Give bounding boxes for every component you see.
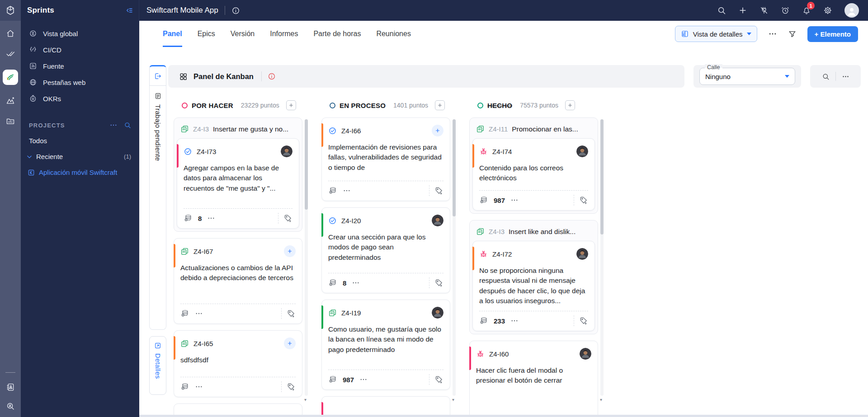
add-tag-icon[interactable] bbox=[287, 382, 296, 391]
estimation-points-icon[interactable] bbox=[184, 214, 193, 223]
kanban-card[interactable]: Z4-I19 Como usuario, me gustaría que sol… bbox=[321, 300, 450, 390]
collapse-sidebar-icon[interactable] bbox=[125, 6, 133, 14]
assignee-avatar[interactable] bbox=[281, 145, 292, 157]
card-id[interactable]: Z4-I60 bbox=[489, 350, 509, 358]
card-id[interactable]: Z4-I73 bbox=[197, 148, 216, 155]
projects-more-icon[interactable] bbox=[109, 121, 118, 129]
directory-icon[interactable] bbox=[6, 383, 15, 392]
add-tag-icon[interactable] bbox=[434, 186, 443, 195]
parent-item-title[interactable]: Insert like and dislik... bbox=[509, 228, 576, 236]
filter-funnel-icon[interactable] bbox=[788, 30, 797, 38]
partial-card[interactable] bbox=[174, 403, 302, 415]
card-more-icon[interactable] bbox=[195, 383, 203, 391]
kanban-card[interactable]: Z4-I72 No se proporciona ninguna respues… bbox=[472, 241, 595, 331]
estimation-points-icon[interactable] bbox=[479, 316, 488, 325]
card-title[interactable]: No se proporciona ninguna respuesta visu… bbox=[479, 266, 588, 306]
sidebar-item-vista-global[interactable]: Vista global bbox=[21, 25, 139, 42]
add-tag-icon[interactable] bbox=[434, 375, 443, 384]
add-card-button[interactable] bbox=[565, 100, 575, 110]
sidebar-item-reciente[interactable]: Reciente (1) bbox=[21, 149, 139, 164]
add-card-button[interactable] bbox=[286, 100, 296, 110]
alarm-clock-icon[interactable] bbox=[781, 6, 790, 15]
card-title[interactable]: Agregar campos en la base de datos para … bbox=[184, 163, 292, 193]
scroll-down-arrow[interactable]: ▾ bbox=[452, 398, 454, 402]
project-info-icon[interactable] bbox=[231, 6, 240, 15]
collapse-panel-tab[interactable] bbox=[149, 65, 166, 86]
user-avatar[interactable] bbox=[844, 3, 859, 18]
scrollbar-thumb[interactable] bbox=[305, 119, 308, 210]
parent-item-title[interactable]: Promocionar en las... bbox=[512, 125, 578, 133]
card-id[interactable]: Z4-I19 bbox=[341, 309, 361, 317]
kanban-card[interactable]: Z4-I60 Hacer clic fuera del modal o pres… bbox=[469, 341, 598, 415]
home-icon[interactable] bbox=[6, 29, 15, 38]
tab-informes[interactable]: Informes bbox=[270, 21, 298, 47]
parent-item-title[interactable]: Insertar me gusta y no... bbox=[213, 125, 288, 133]
board-more-icon[interactable] bbox=[842, 73, 849, 80]
add-item-button[interactable]: + Elemento bbox=[807, 26, 858, 42]
card-more-icon[interactable] bbox=[195, 309, 203, 318]
parent-item-id[interactable]: Z4-I11 bbox=[489, 125, 508, 133]
estimation-points-icon[interactable] bbox=[479, 196, 488, 205]
add-tag-icon[interactable] bbox=[287, 309, 296, 318]
search-icon[interactable] bbox=[717, 6, 726, 15]
assignee-avatar[interactable] bbox=[576, 248, 588, 260]
add-tag-icon[interactable] bbox=[434, 278, 443, 287]
tab-epics[interactable]: Epics bbox=[198, 21, 215, 47]
parent-item-id[interactable]: Z4-I3 bbox=[489, 228, 505, 235]
assignee-avatar[interactable] bbox=[432, 307, 443, 319]
details-vertical-tab[interactable]: Detalles bbox=[149, 336, 166, 395]
swimlane-select[interactable]: Calle Ninguno bbox=[699, 68, 795, 85]
estimation-points-icon[interactable] bbox=[328, 278, 337, 287]
zia-search-icon[interactable] bbox=[6, 402, 15, 411]
estimation-points-icon[interactable] bbox=[328, 375, 337, 384]
card-more-icon[interactable] bbox=[207, 214, 215, 222]
assignee-avatar[interactable] bbox=[432, 215, 443, 226]
backlog-vertical-tab[interactable]: Trabajo pendiente bbox=[149, 86, 166, 330]
column-scrollbar[interactable]: ▾ bbox=[305, 119, 308, 396]
add-subitem-button[interactable] bbox=[284, 245, 296, 257]
more-actions-icon[interactable] bbox=[768, 29, 777, 38]
card-title[interactable]: Crear una sección para que los modos de … bbox=[328, 232, 443, 262]
kanban-card[interactable]: Z4-I65 sdfsdfsdf bbox=[174, 330, 302, 397]
view-selector-button[interactable]: Vista de detalles bbox=[675, 26, 757, 42]
scroll-down-arrow[interactable]: ▾ bbox=[600, 398, 602, 402]
scrollbar-thumb[interactable] bbox=[453, 119, 456, 216]
projects-search-icon[interactable] bbox=[124, 122, 131, 129]
projects-folder-icon[interactable] bbox=[6, 117, 15, 126]
sidebar-item-okrs[interactable]: OKRs bbox=[21, 90, 139, 107]
kanban-card[interactable]: Z4-I20 Crear una sección para que los mo… bbox=[321, 207, 450, 293]
sprints-module-active[interactable] bbox=[3, 70, 18, 85]
card-more-icon[interactable] bbox=[510, 196, 519, 204]
parent-item-header[interactable]: Z4-I3 Insert like and dislik... bbox=[472, 223, 595, 241]
card-title[interactable]: sdfsdfsdf bbox=[180, 355, 296, 365]
tab-panel[interactable]: Panel bbox=[163, 21, 182, 47]
assignee-avatar[interactable] bbox=[576, 145, 588, 157]
sidebar-item-active-project[interactable]: Aplicación móvil Swiftcraft bbox=[21, 164, 139, 180]
tasks-check-icon[interactable] bbox=[6, 49, 15, 58]
add-tag-icon[interactable] bbox=[579, 196, 588, 205]
card-more-icon[interactable] bbox=[359, 375, 368, 384]
scroll-down-arrow[interactable]: ▾ bbox=[304, 398, 307, 402]
parent-item-header[interactable]: Z4-I3 Insertar me gusta y no... bbox=[177, 121, 299, 138]
sidebar-item-fuente[interactable]: Fuente bbox=[21, 58, 139, 74]
card-more-icon[interactable] bbox=[343, 187, 351, 195]
column-scrollbar[interactable]: ▾ bbox=[600, 119, 604, 396]
board-warning-info-icon[interactable] bbox=[268, 72, 276, 80]
tab-parte-de-horas[interactable]: Parte de horas bbox=[313, 21, 361, 47]
card-title[interactable]: Implementación de revisiones para fallas… bbox=[328, 142, 443, 173]
card-title[interactable]: Actualizaciones o cambios de la API debi… bbox=[180, 263, 296, 283]
estimation-points-icon[interactable] bbox=[328, 186, 337, 195]
card-id[interactable]: Z4-I66 bbox=[341, 127, 361, 135]
board-search-icon[interactable] bbox=[822, 73, 830, 80]
app-logo[interactable] bbox=[0, 0, 21, 21]
add-subitem-button[interactable] bbox=[432, 125, 443, 136]
add-tag-icon[interactable] bbox=[283, 214, 292, 223]
parent-item-header[interactable]: Z4-I11 Promocionar en las... bbox=[472, 121, 595, 138]
sidebar-item-cicd[interactable]: CI/CD bbox=[21, 42, 139, 58]
settings-gear-icon[interactable] bbox=[823, 6, 832, 15]
card-title[interactable]: Como usuario, me gustaría que solo la ba… bbox=[328, 324, 443, 355]
sidebar-item-pestanas-web[interactable]: Pestañas web bbox=[21, 74, 139, 90]
card-id[interactable]: Z4-I67 bbox=[193, 248, 213, 255]
card-id[interactable]: Z4-I72 bbox=[492, 250, 512, 258]
sidebar-item-todos[interactable]: Todos bbox=[21, 133, 139, 149]
